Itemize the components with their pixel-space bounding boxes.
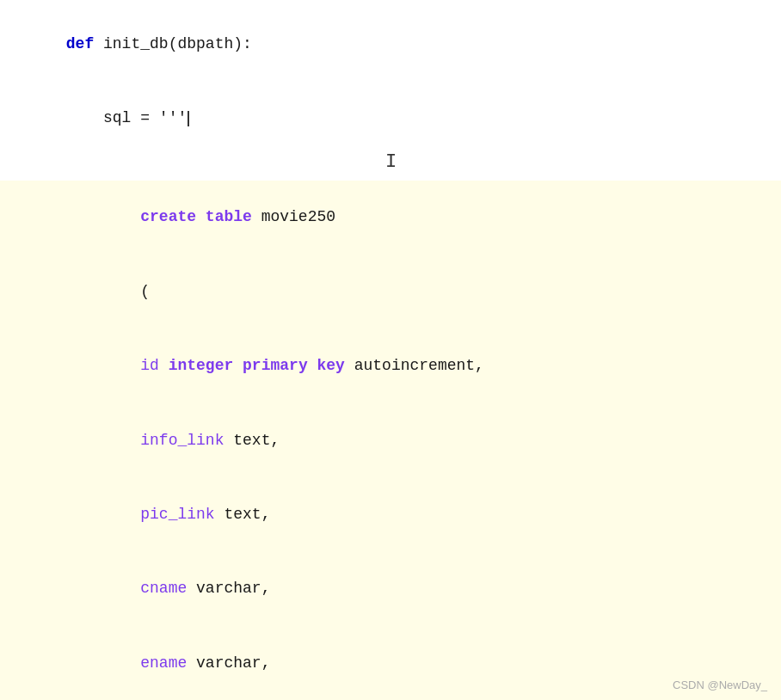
keyword-id: id	[140, 357, 159, 374]
line-content: def init_db(dbpath):	[0, 7, 781, 81]
code-line-create: create table movie250	[0, 181, 781, 255]
text-cursor-I: I	[385, 151, 397, 173]
code-text: varchar,	[187, 654, 270, 672]
code-text: sql = '''	[66, 109, 187, 126]
code-text: init_db(dbpath):	[94, 35, 252, 52]
code-line-cname: cname varchar,	[0, 552, 781, 626]
line-content: create table movie250	[0, 181, 781, 255]
code-text	[66, 580, 140, 597]
code-line-id: id integer primary key autoincrement,	[0, 329, 781, 402]
keyword-ename: ename	[140, 654, 187, 672]
line-content: info_link text,	[0, 403, 781, 477]
code-text: movie250	[252, 208, 335, 225]
line-content: (	[0, 255, 781, 329]
code-text: autoincrement,	[345, 357, 484, 374]
code-text	[159, 357, 169, 374]
code-line-pic-link: pic_link text,	[0, 477, 781, 551]
code-line-paren-open: (	[0, 255, 781, 329]
keyword-create: create table	[140, 208, 252, 225]
keyword-cname: cname	[140, 580, 187, 597]
code-text	[66, 208, 140, 225]
line-content: id integer primary key autoincrement,	[0, 329, 781, 402]
code-text: varchar,	[187, 580, 270, 597]
code-text	[66, 654, 140, 672]
code-text: text,	[215, 506, 271, 523]
keyword-def: def	[66, 35, 94, 52]
code-text	[66, 432, 140, 449]
code-text: text,	[224, 432, 280, 449]
code-line-ename: ename varchar,	[0, 626, 781, 700]
watermark: CSDN @NewDay_	[673, 679, 767, 691]
code-line-info-link: info_link text,	[0, 403, 781, 477]
code-text: (	[66, 283, 150, 300]
text-cursor	[188, 111, 189, 126]
code-text	[66, 357, 140, 374]
keyword-pic-link: pic_link	[140, 506, 214, 523]
code-line: def init_db(dbpath):	[0, 0, 781, 81]
line-content: cname varchar,	[0, 552, 781, 626]
code-text	[66, 506, 140, 523]
keyword-info-link: info_link	[140, 432, 224, 449]
line-content: ename varchar,	[0, 626, 781, 700]
keyword-integer-primary: integer primary key	[169, 357, 345, 374]
code-container: def init_db(dbpath): sql = ''' I create …	[0, 0, 781, 700]
watermark-text: CSDN @NewDay_	[673, 679, 767, 691]
line-content: pic_link text,	[0, 477, 781, 551]
